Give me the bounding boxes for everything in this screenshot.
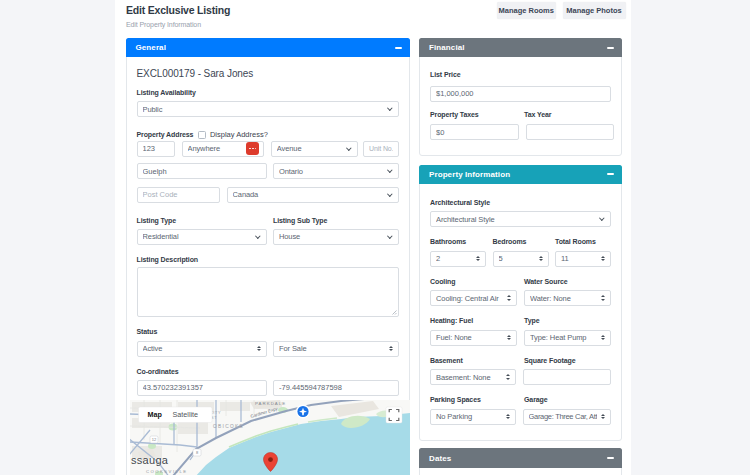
street-type-select[interactable]: Avenue [271,141,358,157]
tax-year-input[interactable] [526,124,615,140]
heating-type-select[interactable]: Type: Heat Pump [524,330,611,346]
street-number-input[interactable] [137,141,175,157]
listing-type-label: Listing Type [137,216,267,226]
total-rooms-label: Total Rooms [555,237,611,247]
cooling-select[interactable]: Cooling: Central Air [430,290,517,306]
total-rooms-input[interactable]: 11 [555,251,611,267]
property-information-card-header[interactable]: Property Information [419,165,622,184]
general-card-header[interactable]: General [126,38,411,57]
tax-year-label: Tax Year [524,110,611,120]
financial-card-title: Financial [429,43,465,52]
display-address-checkbox[interactable] [198,131,206,139]
spinner-arrows-icon[interactable] [539,256,543,261]
chevron-down-icon [256,233,261,238]
status-select[interactable]: Active [137,341,267,357]
water-source-label: Water Source [524,277,611,287]
water-source-select[interactable]: Water: None [524,290,611,306]
property-information-card-title: Property Information [429,170,510,179]
map-label-cooksville: COOKSVILLE [146,469,188,474]
latitude-input[interactable] [137,380,267,396]
page-title: Edit Exclusive Listing [126,4,230,16]
map-button: Map [148,410,163,419]
up-down-arrows-icon [507,335,511,340]
property-address-label: Property Address [137,130,194,140]
garage-select[interactable]: Garage: Three Car, Atta [523,409,612,425]
property-taxes-label: Property Taxes [430,110,517,120]
up-down-arrows-icon [506,414,510,419]
general-card-title: General [136,43,167,52]
bathrooms-label: Bathrooms [430,237,486,247]
status-label: Status [137,327,400,337]
basement-select[interactable]: Basement: None [430,369,516,385]
unit-number-input[interactable] [363,141,399,157]
extension-icon[interactable] [246,142,259,155]
listing-availability-label: Listing Availability [137,88,400,98]
airport-marker-icon[interactable] [296,405,310,419]
garage-label: Garage [524,395,611,405]
resize-grip-icon[interactable] [390,308,397,315]
collapse-icon[interactable] [607,457,614,459]
property-taxes-input[interactable] [430,124,519,140]
map-label-etobicoke: OBICOKE [213,424,244,429]
coordinates-label: Co-ordinates [137,367,400,377]
up-down-arrows-icon [506,374,510,379]
bathrooms-input[interactable]: 2 [430,251,486,267]
listing-type-select[interactable]: Residential [137,229,267,245]
spinner-arrows-icon[interactable] [476,256,480,261]
up-down-arrows-icon [389,346,393,351]
listing-description-textarea[interactable] [137,267,400,317]
page-subtitle: Edit Property Information [126,21,201,28]
chevron-down-icon [346,145,351,150]
collapse-icon[interactable] [607,173,614,175]
parking-spaces-select[interactable]: No Parking [430,409,516,425]
spinner-arrows-icon[interactable] [601,256,605,261]
chevron-down-icon [388,167,393,172]
up-down-arrows-icon [601,414,605,419]
up-down-arrows-icon [257,346,261,351]
financial-card: Financial List Price Property Taxes Tax … [419,38,622,156]
basement-label: Basement [430,356,517,366]
chevron-down-icon [388,105,393,110]
bedrooms-input[interactable]: 5 [493,251,549,267]
bedrooms-label: Bedrooms [493,237,549,247]
display-address-label: Display Address? [210,130,268,139]
heating-fuel-select[interactable]: Fuel: None [430,330,517,346]
record-title: EXCL000179 - Sara Jones [137,67,400,81]
street-name-input[interactable]: Anywhere [182,141,265,157]
listing-sub-type-select[interactable]: House [273,229,399,245]
fullscreen-button[interactable] [386,407,402,423]
architectural-style-select[interactable]: Architectural Style [430,211,611,227]
heating-type-label: Type [524,316,611,326]
city-input[interactable] [137,163,267,179]
dates-card-header[interactable]: Dates [419,448,622,468]
post-code-input[interactable] [137,187,221,203]
general-card: General EXCL000179 - Sara Jones Listing … [126,38,411,475]
listing-description-label: Listing Description [137,255,400,265]
up-down-arrows-icon [507,295,511,300]
square-footage-input[interactable] [523,369,612,385]
sale-status-select[interactable]: For Sale [273,341,399,357]
chevron-down-icon [388,233,393,238]
province-select[interactable]: Ontario [273,163,399,179]
svg-text:12: 12 [152,437,157,442]
parking-spaces-label: Parking Spaces [430,395,517,405]
up-down-arrows-icon [601,295,605,300]
map-type-control[interactable]: Map Satellite [139,407,213,423]
map[interactable]: 12 8 PARKDALE Gardiner Expy CITY ST OBIC… [130,400,410,475]
listing-sub-type-label: Listing Sub Type [273,216,399,226]
chevron-down-icon [388,191,393,196]
longitude-input[interactable] [273,380,399,396]
manage-photos-button[interactable]: Manage Photos [563,2,626,19]
collapse-icon[interactable] [395,47,402,49]
architectural-style-label: Architectural Style [430,198,611,208]
square-footage-label: Square Footage [524,356,611,366]
collapse-icon[interactable] [607,47,614,49]
heating-fuel-label: Heating: Fuel [430,316,517,326]
listing-availability-select[interactable]: Public [137,101,400,117]
list-price-input[interactable] [430,86,611,102]
financial-card-header[interactable]: Financial [419,38,622,57]
country-select[interactable]: Canada [227,187,400,203]
manage-rooms-button[interactable]: Manage Rooms [497,2,557,19]
map-label-mississauga: ssauga [131,454,169,466]
chevron-down-icon [600,215,605,220]
